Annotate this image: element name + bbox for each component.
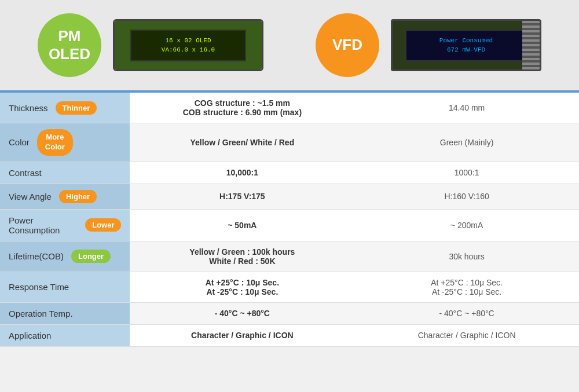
table-row-view-angle: View Angle Higher H:175 V:175 H:160 V:16… bbox=[0, 184, 579, 209]
vfd-response-time-value: At +25°C : 10μ Sec.At -25°C : 10μ Sec. bbox=[431, 278, 503, 296]
badge-lower: Lower bbox=[85, 218, 121, 232]
pm-oled-section: PMOLED 16 x 02 OLEDVA:66.0 x 16.0 bbox=[38, 13, 263, 77]
label-application: Application bbox=[0, 324, 130, 346]
oled-power-value: ~ 50mA bbox=[228, 221, 256, 230]
vfd-application: Character / Graphic / ICON bbox=[354, 324, 579, 346]
vfd-power-value: ~ 200mA bbox=[450, 221, 483, 230]
label-operation-temp: Operation Temp. bbox=[0, 302, 130, 324]
vfd-contrast: 1000:1 bbox=[354, 162, 579, 184]
table-row-contrast: Contrast 10,000:1 1000:1 bbox=[0, 162, 579, 184]
connector-strip bbox=[522, 21, 540, 69]
view-angle-label-text: View Angle bbox=[9, 192, 52, 202]
power-label-text: Power Consumption bbox=[9, 215, 78, 235]
badge-thinner: Thinner bbox=[56, 101, 97, 115]
oled-operation-temp-value: - 40°C ~ +80°C bbox=[215, 309, 270, 318]
label-view-angle: View Angle Higher bbox=[0, 184, 130, 209]
label-color: Color MoreColor bbox=[0, 123, 130, 162]
vfd-thickness-value: 14.40 mm bbox=[449, 103, 485, 112]
oled-screen: 16 x 02 OLEDVA:66.0 x 16.0 bbox=[130, 30, 246, 61]
vfd-color: Green (Mainly) bbox=[354, 123, 579, 162]
table-row-lifetime: Lifetime(COB) Longer Yellow / Green : 10… bbox=[0, 241, 579, 272]
vfd-pcb: Power Consumed672 mW-VFD bbox=[393, 21, 540, 69]
color-label-text: Color bbox=[9, 137, 30, 147]
label-thickness: Thickness Thinner bbox=[0, 93, 130, 123]
oled-thickness: COG structure : ~1.5 mmCOB structure : 6… bbox=[130, 93, 354, 123]
oled-display-image: 16 x 02 OLEDVA:66.0 x 16.0 bbox=[113, 19, 263, 71]
oled-application: Character / Graphic / ICON bbox=[130, 324, 354, 346]
badge-higher: Higher bbox=[59, 190, 97, 203]
vfd-lifetime: 30k hours bbox=[354, 241, 579, 272]
comparison-table: Thickness Thinner COG structure : ~1.5 m… bbox=[0, 93, 579, 347]
label-contrast: Contrast bbox=[0, 162, 130, 184]
table-row-response-time: Response Time At +25°C : 10μ Sec.At -25°… bbox=[0, 272, 579, 302]
vfd-operation-temp-value: - 40°C ~ +80°C bbox=[439, 309, 494, 318]
table-row-application: Application Character / Graphic / ICON C… bbox=[0, 324, 579, 346]
vfd-view-angle: H:160 V:160 bbox=[354, 184, 579, 209]
vfd-thickness: 14.40 mm bbox=[354, 93, 579, 123]
vfd-response-time: At +25°C : 10μ Sec.At -25°C : 10μ Sec. bbox=[354, 272, 579, 302]
oled-color-value: Yellow / Green/ White / Red bbox=[190, 138, 295, 147]
contrast-label-text: Contrast bbox=[9, 168, 42, 178]
oled-text-line1: 16 x 02 OLEDVA:66.0 x 16.0 bbox=[162, 36, 215, 55]
vfd-contrast-value: 1000:1 bbox=[455, 168, 479, 177]
table-row-color: Color MoreColor Yellow / Green/ White / … bbox=[0, 123, 579, 162]
vfd-display-image: Power Consumed672 mW-VFD bbox=[391, 19, 541, 71]
table-row-power: Power Consumption Lower ~ 50mA ~ 200mA bbox=[0, 209, 579, 241]
vfd-label: VFD bbox=[332, 36, 362, 54]
oled-view-angle: H:175 V:175 bbox=[130, 184, 354, 209]
oled-view-angle-value: H:175 V:175 bbox=[219, 192, 265, 201]
oled-color: Yellow / Green/ White / Red bbox=[130, 123, 354, 162]
oled-contrast-value: 10,000:1 bbox=[226, 168, 258, 177]
oled-lifetime-value: Yellow / Green : 100k hoursWhite / Red :… bbox=[189, 247, 295, 266]
vfd-section: VFD Power Consumed672 mW-VFD bbox=[316, 13, 541, 77]
badge-more-color: MoreColor bbox=[37, 129, 73, 156]
lifetime-label-text: Lifetime(COB) bbox=[9, 251, 64, 261]
vfd-power: ~ 200mA bbox=[354, 209, 579, 241]
table-row-operation-temp: Operation Temp. - 40°C ~ +80°C - 40°C ~ … bbox=[0, 302, 579, 324]
oled-power: ~ 50mA bbox=[130, 209, 354, 241]
vfd-text: Power Consumed672 mW-VFD bbox=[439, 36, 493, 55]
vfd-color-value: Green (Mainly) bbox=[440, 138, 494, 147]
response-time-label-text: Response Time bbox=[9, 282, 69, 292]
pm-oled-label: PMOLED bbox=[49, 27, 90, 63]
oled-application-value: Character / Graphic / ICON bbox=[191, 331, 294, 340]
vfd-operation-temp: - 40°C ~ +80°C bbox=[354, 302, 579, 324]
vfd-lifetime-value: 30k hours bbox=[449, 252, 484, 261]
oled-pcb: 16 x 02 OLEDVA:66.0 x 16.0 bbox=[115, 21, 262, 69]
vfd-bubble: VFD bbox=[316, 13, 379, 77]
header-section: PMOLED 16 x 02 OLEDVA:66.0 x 16.0 VFD Po… bbox=[0, 0, 579, 93]
application-label-text: Application bbox=[9, 331, 51, 340]
oled-response-time-value: At +25°C : 10μ Sec.At -25°C : 10μ Sec. bbox=[206, 278, 279, 296]
vfd-view-angle-value: H:160 V:160 bbox=[444, 192, 489, 201]
label-lifetime: Lifetime(COB) Longer bbox=[0, 241, 130, 272]
badge-longer: Longer bbox=[71, 250, 111, 263]
oled-contrast: 10,000:1 bbox=[130, 162, 354, 184]
vfd-screen: Power Consumed672 mW-VFD bbox=[405, 30, 527, 61]
label-response-time: Response Time bbox=[0, 272, 130, 302]
thickness-label-text: Thickness bbox=[9, 103, 48, 113]
oled-thickness-value: COG structure : ~1.5 mmCOB structure : 6… bbox=[183, 98, 302, 117]
table-row-thickness: Thickness Thinner COG structure : ~1.5 m… bbox=[0, 93, 579, 123]
vfd-application-value: Character / Graphic / ICON bbox=[418, 331, 516, 340]
oled-operation-temp: - 40°C ~ +80°C bbox=[130, 302, 354, 324]
label-power: Power Consumption Lower bbox=[0, 209, 130, 241]
pm-oled-bubble: PMOLED bbox=[38, 13, 101, 77]
operation-temp-label-text: Operation Temp. bbox=[9, 309, 73, 318]
oled-lifetime: Yellow / Green : 100k hoursWhite / Red :… bbox=[130, 241, 354, 272]
oled-response-time: At +25°C : 10μ Sec.At -25°C : 10μ Sec. bbox=[130, 272, 354, 302]
